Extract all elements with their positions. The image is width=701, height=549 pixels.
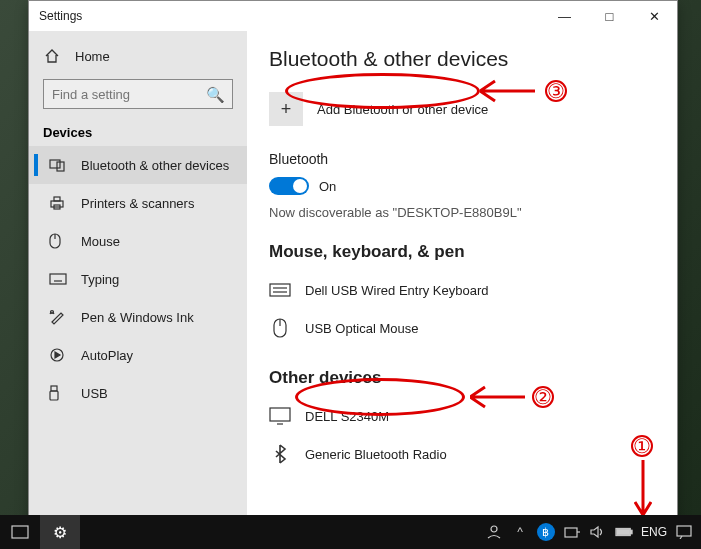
svg-rect-31 <box>677 526 691 536</box>
other-heading: Other devices <box>269 368 655 388</box>
device-label: Generic Bluetooth Radio <box>305 447 447 462</box>
settings-window: Settings ― □ ✕ Home 🔍 Devices <box>28 0 678 520</box>
taskbar-app-button[interactable] <box>0 515 40 549</box>
keyboard-icon <box>269 279 291 301</box>
toggle-track <box>269 177 309 195</box>
nav-typing[interactable]: Typing <box>29 260 247 298</box>
sidebar: Home 🔍 Devices Bluetooth & other devices <box>29 31 247 519</box>
discoverable-text: Now discoverable as "DESKTOP-E880B9L" <box>269 205 655 220</box>
nav-label: Mouse <box>81 234 120 249</box>
window-title: Settings <box>39 9 82 23</box>
mkp-heading: Mouse, keyboard, & pen <box>269 242 655 262</box>
bluetooth-heading: Bluetooth <box>269 151 655 167</box>
nav-autoplay[interactable]: AutoPlay <box>29 336 247 374</box>
nav-pen[interactable]: Pen & Windows Ink <box>29 298 247 336</box>
nav-label: Printers & scanners <box>81 196 194 211</box>
close-button[interactable]: ✕ <box>632 1 677 31</box>
device-row[interactable]: Dell USB Wired Entry Keyboard <box>269 272 655 308</box>
add-label: Add Bluetooth or other device <box>317 102 488 117</box>
home-label: Home <box>75 49 110 64</box>
pen-icon <box>49 309 67 325</box>
svg-rect-3 <box>54 197 60 201</box>
device-row[interactable]: DELL S2340M <box>269 398 655 434</box>
autoplay-icon <box>49 347 67 363</box>
mouse-icon <box>269 317 291 339</box>
nav-label: Typing <box>81 272 119 287</box>
nav-mouse[interactable]: Mouse <box>29 222 247 260</box>
svg-point-25 <box>491 526 497 532</box>
svg-rect-0 <box>50 160 60 168</box>
home-icon <box>43 47 61 65</box>
plus-icon: + <box>269 92 303 126</box>
search-icon: 🔍 <box>206 86 225 104</box>
search-input[interactable] <box>43 79 233 109</box>
keyboard-icon <box>49 273 67 285</box>
nav-label: AutoPlay <box>81 348 133 363</box>
system-tray: ^ ฿ ENG <box>477 523 701 541</box>
device-row[interactable]: USB Optical Mouse <box>269 310 655 346</box>
svg-rect-2 <box>51 201 63 207</box>
svg-rect-22 <box>270 408 290 421</box>
nav-bluetooth[interactable]: Bluetooth & other devices <box>29 146 247 184</box>
svg-rect-29 <box>630 530 632 534</box>
svg-rect-7 <box>50 274 66 284</box>
volume-icon[interactable] <box>589 523 607 541</box>
action-center-icon[interactable] <box>675 523 693 541</box>
bluetooth-tray-icon[interactable]: ฿ <box>537 523 555 541</box>
nav-label: USB <box>81 386 108 401</box>
maximize-button[interactable]: □ <box>587 1 632 31</box>
device-label: USB Optical Mouse <box>305 321 418 336</box>
language-indicator[interactable]: ENG <box>641 525 667 539</box>
page-title: Bluetooth & other devices <box>269 47 655 71</box>
home-row[interactable]: Home <box>29 37 247 75</box>
nav-printers[interactable]: Printers & scanners <box>29 184 247 222</box>
devices-icon <box>49 158 67 172</box>
add-device-button[interactable]: + Add Bluetooth or other device <box>269 89 529 129</box>
usb-icon <box>49 385 67 401</box>
taskbar-settings-button[interactable]: ⚙ <box>40 515 80 549</box>
mouse-icon <box>49 233 67 249</box>
svg-rect-24 <box>12 526 28 538</box>
taskbar: ⚙ ^ ฿ ENG <box>0 515 701 549</box>
battery-icon[interactable] <box>615 523 633 541</box>
tray-chevron-icon[interactable]: ^ <box>511 523 529 541</box>
bluetooth-toggle[interactable]: On <box>269 177 655 195</box>
device-label: Dell USB Wired Entry Keyboard <box>305 283 489 298</box>
main-panel: Bluetooth & other devices + Add Bluetoot… <box>247 31 677 519</box>
bluetooth-icon <box>269 443 291 465</box>
svg-rect-26 <box>565 528 577 537</box>
svg-rect-17 <box>270 284 290 296</box>
nav-usb[interactable]: USB <box>29 374 247 412</box>
device-label: DELL S2340M <box>305 409 389 424</box>
nav-label: Bluetooth & other devices <box>81 158 229 173</box>
monitor-icon <box>269 405 291 427</box>
toggle-state: On <box>319 179 336 194</box>
people-icon[interactable] <box>485 523 503 541</box>
titlebar: Settings ― □ ✕ <box>29 1 677 31</box>
device-row[interactable]: Generic Bluetooth Radio <box>269 436 655 472</box>
category-label: Devices <box>29 119 247 146</box>
nav-label: Pen & Windows Ink <box>81 310 194 325</box>
svg-rect-16 <box>50 391 58 400</box>
printer-icon <box>49 196 67 210</box>
svg-rect-30 <box>617 529 630 534</box>
svg-rect-15 <box>51 386 57 391</box>
gear-icon: ⚙ <box>53 523 67 542</box>
minimize-button[interactable]: ― <box>542 1 587 31</box>
network-icon[interactable] <box>563 523 581 541</box>
